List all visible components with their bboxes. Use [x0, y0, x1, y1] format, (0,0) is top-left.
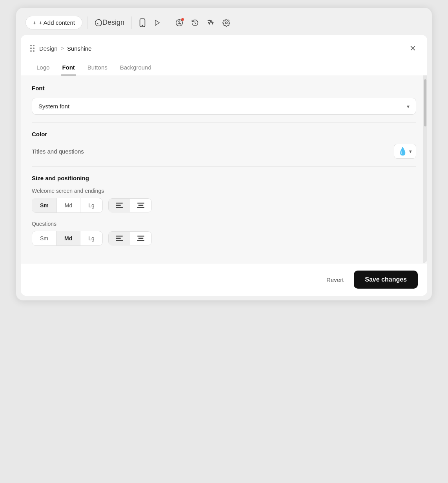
toolbar-divider-3: [168, 16, 168, 29]
align-left-icon: [116, 203, 123, 208]
color-label: Titles and questions: [32, 148, 84, 155]
svg-rect-11: [138, 205, 143, 206]
questions-label: Questions: [32, 221, 416, 227]
breadcrumb: Design > Sunshine: [30, 45, 91, 52]
svg-rect-9: [116, 207, 123, 208]
history-button[interactable]: [189, 16, 201, 29]
color-picker-chevron-icon: ▾: [409, 148, 412, 154]
translate-icon: [207, 19, 215, 27]
welcome-size-lg[interactable]: Lg: [80, 198, 102, 212]
tab-background[interactable]: Background: [114, 60, 158, 75]
svg-rect-13: [116, 236, 123, 237]
questions-size-row: Sm Md Lg: [32, 231, 416, 246]
questions-align-buttons: [108, 231, 152, 245]
panel-content-area: Font System font ▾ Color Titles and ques…: [21, 75, 427, 263]
svg-rect-7: [116, 203, 123, 204]
color-section-title: Color: [32, 131, 416, 137]
play-button[interactable]: [151, 17, 163, 29]
align-left-button[interactable]: [109, 199, 130, 212]
color-row: Titles and questions 💧 ▾: [32, 144, 416, 159]
toolbar: + + Add content Design: [21, 13, 427, 35]
tab-font[interactable]: Font: [56, 60, 81, 75]
gear-icon: [222, 19, 230, 27]
questions-size-buttons: Sm Md Lg: [32, 231, 103, 246]
svg-rect-15: [116, 240, 123, 241]
svg-rect-18: [137, 240, 144, 241]
scrollbar-thumb[interactable]: [424, 79, 426, 126]
welcome-size-md[interactable]: Md: [57, 198, 80, 212]
svg-point-2: [142, 25, 143, 26]
plus-icon: +: [33, 19, 36, 26]
welcome-size-row: Sm Md Lg: [32, 198, 416, 213]
mobile-icon: [139, 18, 146, 27]
breadcrumb-parent: Design: [39, 45, 58, 52]
divider-1: [32, 123, 416, 123]
svg-point-6: [225, 22, 227, 24]
questions-align-center-button[interactable]: [130, 232, 151, 245]
chevron-down-icon: ▾: [407, 103, 410, 110]
panel-footer: Revert Save changes: [21, 263, 427, 296]
font-section: Font System font ▾: [32, 85, 416, 115]
toolbar-divider: [87, 16, 87, 29]
questions-size-lg[interactable]: Lg: [80, 231, 102, 245]
mobile-preview-button[interactable]: [137, 16, 148, 29]
settings-button[interactable]: [220, 16, 233, 29]
panel-content: Font System font ▾ Color Titles and ques…: [21, 75, 427, 263]
svg-rect-12: [137, 207, 144, 208]
questions-align-left-button[interactable]: [109, 232, 130, 245]
svg-rect-16: [137, 236, 144, 237]
questions-size-md[interactable]: Md: [56, 231, 80, 245]
drag-handle-icon: [30, 45, 35, 52]
tab-logo[interactable]: Logo: [30, 60, 56, 75]
tab-bar: Logo Font Buttons Background: [21, 54, 427, 75]
design-panel: Design > Sunshine ✕ Logo Font Buttons Ba…: [21, 35, 427, 296]
close-button[interactable]: ✕: [408, 43, 418, 54]
welcome-align-buttons: [108, 198, 152, 212]
breadcrumb-current: Sunshine: [67, 45, 92, 52]
tab-buttons[interactable]: Buttons: [81, 60, 114, 75]
svg-marker-3: [155, 20, 160, 26]
align-center-icon: [137, 203, 144, 208]
size-section: Size and positioning Welcome screen and …: [32, 175, 416, 246]
svg-rect-8: [116, 205, 121, 206]
size-section-title: Size and positioning: [32, 175, 416, 181]
svg-rect-17: [138, 238, 143, 239]
svg-rect-10: [137, 203, 144, 204]
design-button[interactable]: Design: [92, 16, 127, 29]
font-dropdown-value: System font: [38, 103, 69, 110]
breadcrumb-separator: >: [61, 45, 64, 51]
toolbar-divider-2: [131, 16, 132, 29]
color-section: Color Titles and questions 💧 ▾: [32, 131, 416, 159]
questions-align-left-icon: [116, 236, 123, 241]
font-dropdown[interactable]: System font ▾: [32, 98, 416, 115]
panel-header: Design > Sunshine ✕: [21, 35, 427, 54]
add-content-button[interactable]: + + Add content: [25, 16, 82, 29]
design-icon: [95, 19, 102, 27]
svg-rect-14: [116, 238, 121, 239]
accessibility-button[interactable]: [173, 16, 186, 29]
color-swatch: 💧: [398, 147, 407, 156]
app-container: + + Add content Design: [16, 8, 432, 300]
notification-dot: [181, 18, 184, 21]
play-icon: [154, 19, 161, 26]
welcome-size-buttons: Sm Md Lg: [32, 198, 103, 213]
questions-align-center-icon: [137, 236, 144, 241]
scrollbar-track[interactable]: [423, 75, 427, 263]
translate-button[interactable]: [204, 16, 217, 29]
history-icon: [191, 19, 199, 27]
questions-size-sm[interactable]: Sm: [32, 231, 56, 245]
design-label: Design: [102, 18, 124, 27]
welcome-screen-label: Welcome screen and endings: [32, 188, 416, 194]
divider-2: [32, 166, 416, 167]
save-changes-button[interactable]: Save changes: [354, 271, 418, 289]
revert-button[interactable]: Revert: [321, 273, 349, 287]
svg-point-5: [178, 21, 180, 22]
font-section-title: Font: [32, 85, 416, 91]
color-picker-button[interactable]: 💧 ▾: [394, 144, 416, 159]
align-center-button[interactable]: [130, 199, 151, 212]
add-content-label: + Add content: [39, 19, 75, 26]
welcome-size-sm[interactable]: Sm: [32, 198, 57, 212]
droplet-icon: 💧: [398, 147, 408, 155]
